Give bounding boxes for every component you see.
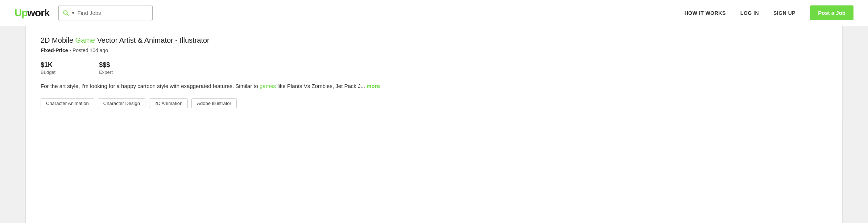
header: Upwork ▼ HOW IT WORKS LOG IN SIGN UP Pos… bbox=[0, 0, 868, 26]
left-side-panel bbox=[0, 26, 25, 223]
description-pre: For the art style, I'm looking for a hap… bbox=[41, 83, 260, 89]
job-title-highlight: Game bbox=[75, 36, 95, 44]
center-panel: 2D Mobile Game Vector Artist & Animator … bbox=[25, 26, 843, 223]
expert-stat: $$$ Expert bbox=[99, 61, 113, 75]
svg-line-1 bbox=[67, 14, 68, 15]
how-it-works-link[interactable]: HOW IT WORKS bbox=[685, 10, 726, 16]
expert-label: Expert bbox=[99, 70, 113, 75]
job-card: 2D Mobile Game Vector Artist & Animator … bbox=[26, 26, 842, 120]
logo-up: Up bbox=[15, 7, 27, 19]
search-bar[interactable]: ▼ bbox=[58, 5, 153, 21]
page-wrapper: 2D Mobile Game Vector Artist & Animator … bbox=[0, 26, 868, 223]
job-title: 2D Mobile Game Vector Artist & Animator … bbox=[41, 36, 827, 45]
budget-stat: $1K Budget bbox=[41, 61, 55, 75]
job-stats: $1K Budget $$$ Expert bbox=[41, 61, 827, 75]
right-side-panel bbox=[843, 26, 868, 223]
sign-up-link[interactable]: SIGN UP bbox=[773, 10, 795, 16]
header-nav: HOW IT WORKS LOG IN SIGN UP Post a Job bbox=[685, 5, 853, 20]
description-post: like Plants Vs Zombies, Jet Pack J... bbox=[276, 83, 365, 89]
job-title-post: Vector Artist & Animator - Illustrator bbox=[95, 36, 210, 44]
logo-work: work bbox=[27, 7, 49, 19]
posted-date: - Posted 10d ago bbox=[69, 47, 108, 53]
budget-label: Budget bbox=[41, 70, 55, 75]
description-games-link[interactable]: games bbox=[260, 83, 276, 89]
search-input[interactable] bbox=[78, 10, 148, 16]
job-meta: Fixed-Price - Posted 10d ago bbox=[41, 47, 827, 53]
post-job-button[interactable]: Post a Job bbox=[810, 5, 853, 20]
tag[interactable]: Character Animation bbox=[41, 98, 94, 108]
job-title-pre: 2D Mobile bbox=[41, 36, 75, 44]
tags-row: Character AnimationCharacter Design2D An… bbox=[41, 98, 827, 108]
job-description: For the art style, I'm looking for a hap… bbox=[41, 82, 827, 91]
tag[interactable]: 2D Animation bbox=[149, 98, 188, 108]
price-type: Fixed-Price bbox=[41, 47, 68, 53]
tag[interactable]: Adobe Illustrator bbox=[191, 98, 237, 108]
expert-value: $$$ bbox=[99, 61, 113, 69]
search-icon bbox=[63, 10, 69, 16]
log-in-link[interactable]: LOG IN bbox=[740, 10, 759, 16]
tag[interactable]: Character Design bbox=[98, 98, 145, 108]
search-dropdown-arrow[interactable]: ▼ bbox=[71, 10, 75, 16]
logo: Upwork bbox=[15, 7, 50, 19]
budget-value: $1K bbox=[41, 61, 55, 69]
more-link[interactable]: more bbox=[367, 83, 380, 89]
